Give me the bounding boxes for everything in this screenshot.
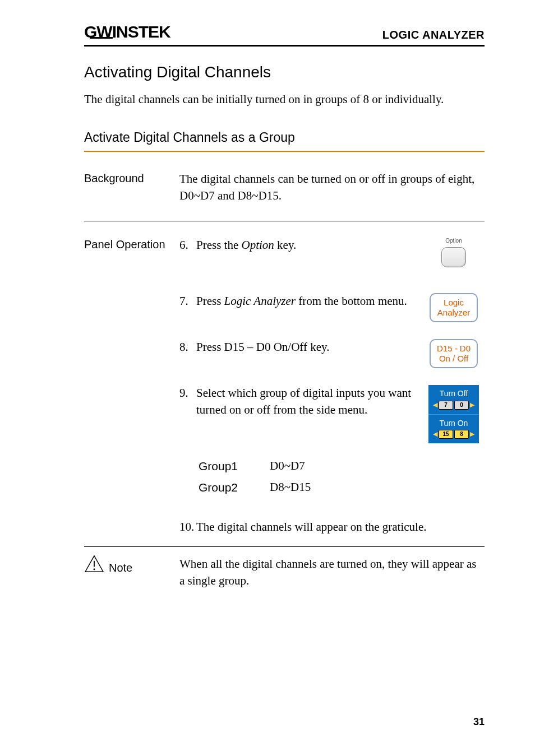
background-text: The digital channels can be turned on or…	[179, 171, 485, 204]
side-menu-wrap: Turn Off ◀ 7 0 ▶ Turn On ◀	[423, 385, 485, 443]
arrow-right-icon: ▶	[470, 430, 474, 439]
chip-0: 0	[454, 401, 469, 410]
side-menu-turn-on[interactable]: Turn On ◀ 15 8 ▶	[428, 415, 479, 444]
spacer	[84, 454, 179, 456]
spacer	[84, 293, 179, 294]
panel-operation-row: Panel Operation 6. Press the Option key.…	[84, 237, 485, 267]
logic-analyzer-button-l2: Analyzer	[433, 308, 474, 318]
brand-logo: GW INSTEK	[84, 22, 170, 41]
step-10-num: 10.	[179, 519, 196, 535]
d15-d0-button[interactable]: D15 - D0 On / Off	[430, 339, 478, 368]
step-7-row: 7. Press Logic Analyzer from the bottom …	[84, 293, 485, 322]
step-7-body-col: 7. Press Logic Analyzer from the bottom …	[179, 293, 485, 322]
step-6-post: key.	[274, 238, 296, 252]
step-10-row: 10. The digital channels will appear on …	[84, 519, 485, 535]
step-10-text: 10. The digital channels will appear on …	[179, 519, 485, 535]
step-9-body: Select which group of digital inputs you…	[196, 385, 412, 418]
spacer	[84, 519, 179, 520]
group-1-name: Group1	[199, 458, 252, 474]
group-table: Group1 D0~D7 Group2 D8~D15	[199, 458, 485, 495]
step-9-row: 9. Select which group of digital inputs …	[84, 385, 485, 443]
arrow-left-icon: ◀	[433, 401, 437, 410]
separator	[84, 546, 485, 547]
panel-operation-body: 6. Press the Option key. Option	[179, 237, 485, 267]
turn-on-chip-row: ◀ 15 8 ▶	[431, 430, 477, 439]
step-7: 7. Press Logic Analyzer from the bottom …	[179, 293, 485, 322]
step-9-body-col: 9. Select which group of digital inputs …	[179, 385, 485, 443]
option-key-button[interactable]	[441, 247, 466, 267]
step-10-body: The digital channels will appear on the …	[196, 519, 485, 535]
option-key-label: Option	[445, 237, 462, 245]
spacer	[84, 385, 179, 386]
group-2-range: D8~D15	[270, 479, 311, 495]
step-7-num: 7.	[179, 293, 196, 309]
group-table-col: Group1 D0~D7 Group2 D8~D15	[179, 454, 485, 512]
d15-d0-button-l2: On / Off	[433, 354, 474, 364]
step-6: 6. Press the Option key. Option	[179, 237, 485, 267]
d15-d0-button-l1: D15 - D0	[433, 344, 474, 354]
step-7-post: from the bottom menu.	[296, 294, 407, 308]
step-9-text: 9. Select which group of digital inputs …	[179, 385, 412, 418]
note-text: When all the digital channels are turned…	[179, 556, 485, 589]
turn-off-chip-row: ◀ 7 0 ▶	[431, 401, 477, 410]
group-1-range: D0~D7	[270, 458, 305, 474]
step-7-pre: Press	[196, 294, 224, 308]
step-6-em: Option	[242, 238, 274, 252]
step-7-text: 7. Press Logic Analyzer from the bottom …	[179, 293, 412, 309]
page-number: 31	[473, 716, 485, 728]
page: GW INSTEK LOGIC ANALYZER Activating Digi…	[0, 0, 535, 756]
intro-text: The digital channels can be initially tu…	[84, 91, 485, 108]
step-8-row: 8. Press D15 – D0 On/Off key. D15 - D0 O…	[84, 339, 485, 368]
group-row-1: Group1 D0~D7	[199, 458, 485, 474]
step-8-body-col: 8. Press D15 – D0 On/Off key. D15 - D0 O…	[179, 339, 485, 368]
note-label: Note	[109, 556, 132, 574]
group-2-name: Group2	[199, 479, 252, 495]
arrow-left-icon: ◀	[433, 430, 437, 439]
step-8-num: 8.	[179, 339, 196, 355]
chip-8: 8	[454, 430, 469, 439]
step-9: 9. Select which group of digital inputs …	[179, 385, 485, 443]
logic-analyzer-button-wrap: Logic Analyzer	[423, 293, 485, 322]
option-key-group: Option	[423, 237, 485, 267]
note-label-col: Note	[84, 556, 179, 574]
step-10-body-col: 10. The digital channels will appear on …	[179, 519, 485, 535]
logic-analyzer-button[interactable]: Logic Analyzer	[430, 293, 478, 322]
step-8-body: Press D15 – D0 On/Off key.	[196, 339, 412, 355]
side-menu: Turn Off ◀ 7 0 ▶ Turn On ◀	[428, 385, 479, 443]
separator	[84, 221, 485, 221]
side-menu-turn-off-label: Turn Off	[431, 389, 477, 399]
section-title: Activate Digital Channels as a Group	[84, 130, 485, 145]
logic-analyzer-button-l1: Logic	[433, 298, 474, 308]
spacer	[84, 339, 179, 340]
step-6-body: Press the Option key.	[196, 237, 412, 253]
background-label: Background	[84, 171, 179, 185]
step-7-body: Press Logic Analyzer from the bottom men…	[196, 293, 412, 309]
group-row-2: Group2 D8~D15	[199, 479, 485, 495]
note-row: Note When all the digital channels are t…	[84, 556, 485, 589]
warning-icon	[84, 555, 104, 573]
chip-7: 7	[439, 401, 453, 410]
background-row: Background The digital channels can be t…	[84, 171, 485, 204]
step-7-em: Logic Analyzer	[224, 294, 296, 308]
arrow-right-icon: ▶	[470, 401, 474, 410]
section-rule	[84, 151, 485, 152]
side-menu-turn-on-label: Turn On	[431, 419, 477, 429]
header-category: LOGIC ANALYZER	[382, 29, 485, 41]
panel-operation-label: Panel Operation	[84, 237, 179, 251]
step-6-pre: Press the	[196, 238, 242, 252]
step-8-text: 8. Press D15 – D0 On/Off key.	[179, 339, 412, 355]
chip-15: 15	[439, 430, 453, 439]
step-8: 8. Press D15 – D0 On/Off key. D15 - D0 O…	[179, 339, 485, 368]
group-table-row: Group1 D0~D7 Group2 D8~D15	[84, 454, 485, 512]
d15-d0-button-wrap: D15 - D0 On / Off	[423, 339, 485, 368]
option-key: Option	[441, 237, 466, 267]
step-9-num: 9.	[179, 385, 196, 418]
side-menu-turn-off[interactable]: Turn Off ◀ 7 0 ▶	[428, 385, 479, 415]
step-6-num: 6.	[179, 237, 196, 253]
svg-point-2	[93, 569, 95, 571]
step-6-text: 6. Press the Option key.	[179, 237, 412, 253]
page-title: Activating Digital Channels	[84, 63, 485, 81]
page-header: GW INSTEK LOGIC ANALYZER	[84, 22, 485, 47]
